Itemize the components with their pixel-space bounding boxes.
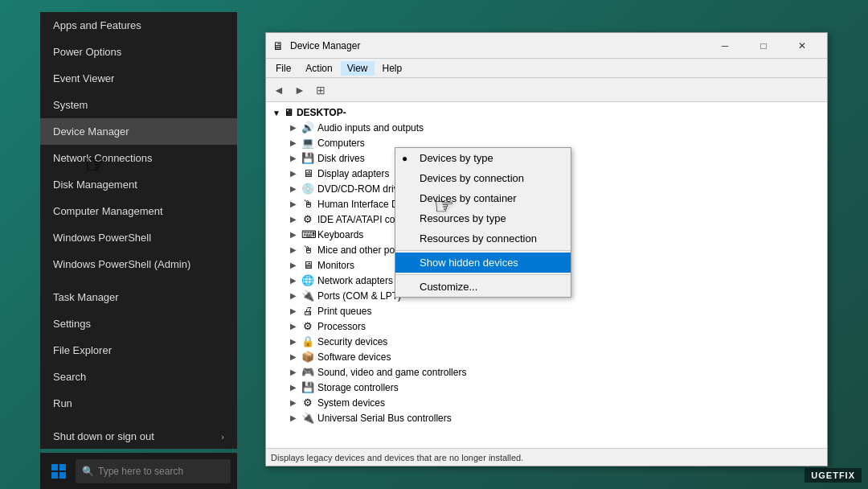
svg-rect-3: [59, 472, 66, 479]
sidebar-item-system[interactable]: System: [40, 92, 237, 118]
storage-icon: 💾: [301, 381, 314, 393]
menu-view[interactable]: View: [341, 61, 375, 76]
sidebar-item-shut-down[interactable]: Shut down or sign out ›: [40, 423, 237, 449]
dropdown-divider-1: [395, 250, 571, 251]
svg-rect-2: [51, 472, 58, 479]
device-manager-window: 🖥 Device Manager ─ □ ✕ File Action View …: [265, 32, 828, 466]
software-icon: 📦: [301, 351, 314, 363]
menu-bar: File Action View Help: [266, 59, 827, 78]
expand-icon: ▶: [289, 230, 298, 239]
sidebar-item-file-explorer[interactable]: File Explorer: [40, 337, 237, 364]
tree-item-processors[interactable]: ▶ ⚙ Processors: [269, 318, 824, 334]
tree-item-audio[interactable]: ▶ 🔊 Audio inputs and outputs: [269, 120, 824, 135]
ide-icon: ⚙: [301, 213, 314, 225]
expand-icon: ▶: [289, 276, 298, 285]
dvd-icon: 💿: [301, 183, 314, 195]
dropdown-resources-by-connection[interactable]: Resources by connection: [395, 228, 571, 249]
dropdown-show-hidden[interactable]: Show hidden devices: [395, 253, 571, 273]
minimize-button[interactable]: ─: [706, 33, 743, 59]
back-button[interactable]: ◄: [269, 81, 289, 99]
sidebar-item-power-options[interactable]: Power Options: [40, 39, 237, 65]
view-grid-button[interactable]: ⊞: [311, 81, 330, 99]
expand-icon: ▶: [289, 322, 298, 331]
sidebar-item-windows-powershell[interactable]: Windows PowerShell: [40, 224, 237, 251]
menu-action[interactable]: Action: [299, 61, 338, 76]
search-icon: 🔍: [82, 466, 94, 477]
tree-item-usb[interactable]: ▶ 🔌 Universal Serial Bus controllers: [269, 410, 824, 425]
tree-item-storage[interactable]: ▶ 💾 Storage controllers: [269, 380, 824, 395]
expand-icon: ▶: [289, 352, 298, 361]
print-icon: 🖨: [301, 305, 314, 317]
tree-root[interactable]: ▼ 🖥 DESKTOP-: [269, 105, 824, 120]
expand-icon: ▶: [289, 261, 298, 269]
computer-icon: 🖥: [284, 107, 293, 118]
expand-icon: ▶: [289, 199, 298, 208]
dropdown-resources-by-type[interactable]: Resources by type: [395, 208, 571, 228]
tree-item-software[interactable]: ▶ 📦 Software devices: [269, 349, 824, 364]
dropdown-devices-by-type[interactable]: ● Devices by type: [395, 148, 571, 168]
usb-icon: 🔌: [301, 412, 314, 424]
dropdown-divider-2: [395, 274, 571, 275]
computers-icon: 💻: [301, 137, 314, 149]
taskbar: 🔍 Type here to search: [40, 453, 237, 489]
sidebar-item-apps-features[interactable]: Apps and Features: [40, 12, 237, 39]
forward-button[interactable]: ►: [290, 81, 309, 99]
sidebar-item-event-viewer[interactable]: Event Viewer: [40, 65, 237, 92]
expand-icon: ▶: [289, 169, 298, 178]
sidebar-item-network-connections[interactable]: Network Connections: [40, 145, 237, 171]
system-icon: ⚙: [301, 397, 314, 409]
display-icon: 🖥: [301, 167, 314, 179]
sidebar-item-settings[interactable]: Settings: [40, 310, 237, 337]
tree-item-system[interactable]: ▶ ⚙ System devices: [269, 395, 824, 410]
hid-icon: 🖱: [301, 198, 314, 210]
sidebar-item-run[interactable]: Run: [40, 390, 237, 417]
status-bar: Displays legacy devices and devices that…: [266, 448, 827, 466]
expand-icon: ▶: [289, 291, 298, 300]
menu-help[interactable]: Help: [376, 61, 409, 76]
dropdown-devices-by-container[interactable]: Devices by container: [395, 188, 571, 208]
sidebar-item-disk-management[interactable]: Disk Management: [40, 171, 237, 198]
security-icon: 🔒: [301, 335, 314, 347]
menu-file[interactable]: File: [269, 61, 297, 76]
maximize-button[interactable]: □: [745, 33, 782, 59]
toolbar: ◄ ► ⊞: [266, 78, 827, 102]
window-controls: ─ □ ✕: [706, 33, 821, 59]
keyboard-icon: ⌨: [301, 228, 314, 240]
expand-icon: ▶: [289, 138, 298, 147]
expand-icon: ▶: [289, 215, 298, 224]
disk-icon: 💾: [301, 152, 314, 164]
close-button[interactable]: ✕: [784, 33, 821, 59]
view-dropdown-menu: ● Devices by type Devices by connection …: [395, 147, 571, 298]
watermark: UGETFIX: [805, 468, 862, 483]
tree-item-security[interactable]: ▶ 🔒 Security devices: [269, 334, 824, 349]
expand-icon: ▶: [289, 245, 298, 254]
sidebar-item-search[interactable]: Search: [40, 364, 237, 390]
expand-icon: ▶: [289, 368, 298, 376]
window-content: ▼ 🖥 DESKTOP- ▶ 🔊 Audio inputs and output…: [266, 102, 827, 448]
ports-icon: 🔌: [301, 290, 314, 302]
dropdown-devices-by-connection[interactable]: Devices by connection: [395, 168, 571, 188]
tree-item-print[interactable]: ▶ 🖨 Print queues: [269, 303, 824, 318]
window-titlebar: 🖥 Device Manager ─ □ ✕: [266, 33, 827, 59]
sidebar-item-device-manager[interactable]: Device Manager: [40, 118, 237, 145]
device-tree[interactable]: ▼ 🖥 DESKTOP- ▶ 🔊 Audio inputs and output…: [266, 102, 827, 448]
dropdown-customize[interactable]: Customize...: [395, 277, 571, 297]
start-button[interactable]: [47, 459, 71, 483]
tree-item-sound[interactable]: ▶ 🎮 Sound, video and game controllers: [269, 364, 824, 380]
expand-icon: ▶: [289, 398, 298, 407]
taskbar-search[interactable]: 🔍 Type here to search: [76, 459, 231, 483]
processor-icon: ⚙: [301, 320, 314, 332]
expand-icon: ▼: [272, 109, 280, 117]
sidebar-item-windows-powershell-admin[interactable]: Windows PowerShell (Admin): [40, 251, 237, 277]
audio-icon: 🔊: [301, 121, 314, 134]
expand-icon: ▶: [289, 413, 298, 422]
expand-icon: ▶: [289, 154, 298, 162]
sidebar-item-computer-management[interactable]: Computer Management: [40, 198, 237, 224]
sidebar-item-task-manager[interactable]: Task Manager: [40, 284, 237, 310]
tree-root-label: DESKTOP-: [297, 107, 346, 118]
sound-icon: 🎮: [301, 366, 314, 378]
expand-icon: ▶: [289, 123, 298, 132]
expand-icon: ▶: [289, 184, 298, 193]
svg-rect-1: [59, 464, 66, 471]
device-manager-icon: 🖥: [272, 39, 285, 52]
